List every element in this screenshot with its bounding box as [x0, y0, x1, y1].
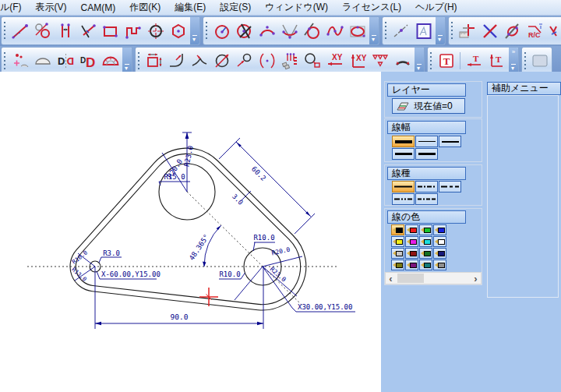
- menu-item-7[interactable]: ライセンス(L): [335, 0, 408, 15]
- polyline-button[interactable]: [122, 19, 144, 43]
- toolbar-grip[interactable]: [205, 20, 210, 41]
- line-color-option-10[interactable]: [419, 248, 432, 259]
- menu-item-5[interactable]: 設定(S): [213, 0, 258, 15]
- line-color-option-9[interactable]: [405, 248, 418, 259]
- menu-item-8[interactable]: ヘルプ(H): [408, 0, 464, 15]
- perpendicular-line-button[interactable]: [76, 19, 99, 43]
- layer-current-value-button[interactable]: 現在値=0: [392, 98, 465, 114]
- line-color-option-13[interactable]: [405, 260, 418, 270]
- scroll-left-button[interactable]: ‹: [386, 273, 396, 284]
- menu-item-6[interactable]: ウィンドウ(W): [258, 0, 335, 15]
- dimension-pattern-button[interactable]: [278, 50, 301, 72]
- line-width-option-3[interactable]: [392, 148, 415, 160]
- line-color-option-12[interactable]: [391, 260, 404, 270]
- line-type-option-0[interactable]: [392, 181, 415, 192]
- toolbar-overflow-button[interactable]: ▾: [369, 17, 379, 44]
- line-color-option-1[interactable]: [405, 224, 418, 235]
- tangent-circles-button[interactable]: [31, 19, 54, 43]
- protractor-button[interactable]: [99, 50, 122, 72]
- clipped-tool-button[interactable]: [546, 19, 561, 43]
- polygon-hexagon-button[interactable]: [167, 19, 189, 43]
- line-type-option-3[interactable]: [392, 193, 415, 205]
- dimension-arc-width-button[interactable]: [256, 50, 278, 72]
- line-color-option-2[interactable]: [419, 224, 432, 235]
- line-width-option-2[interactable]: [439, 136, 461, 147]
- dimension-small-circle-button[interactable]: [233, 50, 256, 72]
- cross-trim-button[interactable]: [478, 19, 501, 43]
- line-type-option-2[interactable]: [439, 181, 461, 192]
- toolbar-grip[interactable]: [3, 20, 8, 41]
- dimension-corner-button[interactable]: [165, 50, 188, 72]
- center-mark-circle-button[interactable]: [144, 19, 167, 43]
- text-frame-button[interactable]: T: [435, 50, 457, 72]
- line-color-option-7[interactable]: [433, 236, 446, 247]
- dimension-triangles-button[interactable]: [369, 50, 391, 72]
- line-color-option-5[interactable]: [405, 236, 418, 247]
- line-type-option-1[interactable]: [415, 181, 438, 192]
- dimension-diameter-button[interactable]: [210, 50, 233, 72]
- toolbar-overflow-button[interactable]: ▾: [436, 17, 445, 44]
- menu-item-1[interactable]: 表示(V): [29, 0, 74, 15]
- toolbar-grip[interactable]: [3, 51, 8, 70]
- dimension-circle-square-button[interactable]: [301, 50, 323, 72]
- circle-center-radius-button[interactable]: [210, 19, 233, 43]
- dimension-xy-up-button[interactable]: XY: [346, 50, 369, 72]
- point-plot-button[interactable]: [9, 50, 31, 72]
- line-color-option-14[interactable]: [419, 260, 432, 270]
- dimension-arc-length-button[interactable]: [391, 50, 414, 72]
- line-width-option-0[interactable]: [392, 136, 415, 147]
- text-horizontal-button[interactable]: T: [463, 50, 485, 72]
- ellipse-box-button[interactable]: [346, 19, 369, 43]
- toolbar-overflow-button[interactable]: »▾: [509, 48, 518, 73]
- mirror-copy-button[interactable]: DD: [54, 50, 76, 72]
- line-width-option-4[interactable]: [415, 148, 438, 160]
- menu-item-3[interactable]: 作図(K): [122, 0, 168, 15]
- menu-item-2[interactable]: CAM(M): [74, 2, 123, 14]
- scroll-thumb[interactable]: [397, 274, 424, 283]
- menu-item-0[interactable]: ル(F): [0, 0, 29, 15]
- toolbar-overflow-button[interactable]: ▾: [190, 17, 199, 44]
- toolbar-grip[interactable]: [384, 20, 389, 41]
- parallel-lines-button[interactable]: [54, 19, 76, 43]
- toolbar-overflow-button[interactable]: ▾: [122, 48, 132, 73]
- color-scrollbar[interactable]: ‹ ›: [385, 272, 482, 284]
- scroll-right-button[interactable]: ›: [471, 273, 481, 284]
- text-vertical-button[interactable]: T: [485, 50, 508, 72]
- arc-three-point-button[interactable]: [256, 19, 278, 43]
- toolbar-grip[interactable]: [137, 51, 142, 70]
- line-color-option-0[interactable]: [391, 224, 404, 235]
- dimension-xy-left-button[interactable]: XY: [323, 50, 346, 72]
- line-color-option-6[interactable]: [419, 236, 432, 247]
- scale-copy-button[interactable]: DD: [76, 50, 99, 72]
- drawing-frame-button[interactable]: [412, 19, 435, 43]
- dimension-pattern-icon: [280, 51, 299, 70]
- construction-line-button[interactable]: [390, 19, 412, 43]
- half-ellipse-button[interactable]: [31, 50, 54, 72]
- scroll-track[interactable]: [396, 273, 471, 284]
- dimension-fillet-button[interactable]: [188, 50, 210, 72]
- trim-ruler-button[interactable]: [456, 19, 478, 43]
- round-chamfer-button[interactable]: R/C: [524, 19, 546, 43]
- line-type-option-4[interactable]: [415, 193, 438, 205]
- line-width-option-1[interactable]: [415, 136, 438, 147]
- line-color-option-3[interactable]: [433, 224, 446, 235]
- line-color-option-4[interactable]: [391, 236, 404, 247]
- spline-curve-button[interactable]: [323, 19, 346, 43]
- erase-element-button[interactable]: [501, 19, 524, 43]
- arc-tangent-button[interactable]: [278, 19, 301, 43]
- dimension-box-button[interactable]: [143, 50, 165, 72]
- circle-tangent-line-button[interactable]: [301, 19, 323, 43]
- circle-delete-button[interactable]: [233, 19, 256, 43]
- rectangle-button[interactable]: [99, 19, 122, 43]
- toolbar-grip[interactable]: [524, 51, 528, 70]
- line-color-option-11[interactable]: [433, 248, 446, 259]
- toolbar-grip[interactable]: [429, 51, 434, 70]
- drawing-canvas[interactable]: R23.0 R20.0 R15.0 60.2 3.0 R10.0 48.365°…: [0, 72, 381, 392]
- angle-dimension-button[interactable]: [9, 19, 31, 43]
- line-color-option-15[interactable]: [433, 260, 446, 270]
- menu-item-4[interactable]: 編集(E): [168, 0, 213, 15]
- toolbar-overflow-button[interactable]: ▾: [415, 48, 424, 73]
- clipped-tool-2-button[interactable]: [529, 50, 552, 72]
- line-color-option-8[interactable]: [391, 248, 404, 259]
- toolbar-grip[interactable]: [450, 20, 455, 41]
